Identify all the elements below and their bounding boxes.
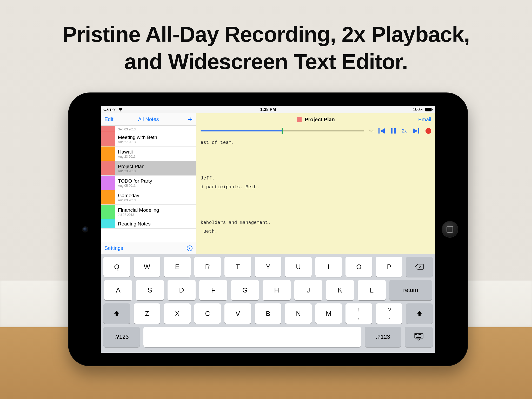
svg-rect-13 [418,336,419,336]
record-button[interactable] [425,128,431,134]
add-note-button[interactable]: + [188,116,192,123]
note-item-swatch [101,161,115,175]
carrier-label: Carrier [103,107,116,112]
editor: Project Plan Email 7:23 [196,113,435,254]
svg-rect-12 [417,336,418,336]
key[interactable]: ?. [376,303,403,324]
note-item[interactable]: Financial ModelingJul 23 2013 [101,205,196,219]
backspace-key[interactable] [406,257,433,277]
return-key[interactable]: return [389,280,432,300]
note-item-swatch [101,190,115,204]
key[interactable]: X [164,303,191,324]
note-color-swatch [297,117,302,122]
note-item[interactable]: TODO for PartyAug 05 2013 [101,176,196,190]
home-button[interactable] [442,221,458,238]
note-item[interactable]: HawaiiAug 23 2013 [101,147,196,161]
note-item-date: Aug 05 2013 [118,184,152,188]
note-item-date: Jul 23 2013 [118,213,159,217]
key[interactable]: I [315,257,342,277]
note-item-date: Aug 23 2013 [118,169,144,173]
clock: 1:38 PM [260,107,276,112]
playback-track[interactable] [201,128,364,134]
note-item[interactable]: Sep 03 2013 [101,126,196,132]
svg-rect-11 [416,336,416,336]
shift-key[interactable] [103,303,130,324]
marketing-headline: Pristine All-Day Recording, 2x Playback,… [0,21,532,75]
key[interactable]: H [263,280,291,300]
note-item[interactable]: Reading Notes [101,219,196,229]
note-item[interactable]: Project PlanAug 23 2013 [101,161,196,176]
key[interactable]: G [231,280,259,300]
key[interactable]: F [199,280,227,300]
note-item-swatch [101,126,115,132]
svg-rect-2 [391,128,393,134]
note-item[interactable]: Meeting with BethAug 27 2013 [101,132,196,147]
email-button[interactable]: Email [418,117,431,123]
note-item-swatch [101,147,115,161]
keyboard: QWERTYUIOP ASDFGHJKLreturn ZXCVBNM!,?. .… [101,254,435,353]
note-item-date: Sep 03 2013 [118,128,136,131]
edit-button[interactable]: Edit [104,116,113,122]
key[interactable]: J [294,280,322,300]
headline-line-1: Pristine All-Day Recording, 2x Playback, [0,21,532,48]
key[interactable]: Y [255,257,282,277]
key[interactable]: T [224,257,251,277]
key[interactable]: M [315,303,342,324]
svg-rect-9 [420,334,421,335]
key[interactable]: K [326,280,354,300]
key[interactable]: U [285,257,312,277]
dismiss-keyboard-key[interactable] [405,327,433,347]
note-body[interactable]: est of team. Jeff. d participants. Beth.… [196,136,435,254]
screen: Carrier 1:38 PM 100% Edit All Notes [101,106,435,353]
svg-rect-8 [419,334,420,335]
key[interactable]: S [136,280,164,300]
info-icon[interactable]: i [187,245,192,251]
battery-icon [425,108,433,111]
key[interactable]: E [164,257,191,277]
symbols-key[interactable]: .?123 [365,327,401,347]
key[interactable]: Q [103,257,130,277]
key[interactable]: V [224,303,251,324]
key[interactable]: P [376,257,403,277]
ipad-device: Carrier 1:38 PM 100% Edit All Notes [68,92,468,366]
wifi-icon [118,108,123,111]
svg-rect-5 [415,334,416,335]
settings-button[interactable]: Settings [104,245,123,251]
key[interactable]: !, [345,303,372,324]
note-title-text: Project Plan [305,117,335,123]
key[interactable]: Z [134,303,161,324]
playback-timestamp: 7:23 [368,129,374,133]
note-list[interactable]: Sep 03 2013Meeting with BethAug 27 2013H… [101,126,196,242]
sidebar-title[interactable]: All Notes [138,116,159,122]
key[interactable]: R [194,257,221,277]
headline-line-2: and Widescreen Text Editor. [0,48,532,75]
skip-forward-icon[interactable] [413,128,419,134]
svg-rect-15 [421,336,422,336]
note-item-swatch [101,219,115,228]
camera-icon [83,227,87,231]
key[interactable]: C [194,303,221,324]
note-item-title: Project Plan [118,164,144,169]
note-item-title: Meeting with Beth [118,135,157,140]
skip-back-icon[interactable] [378,128,385,134]
sidebar: Edit All Notes + Sep 03 2013Meeting with… [101,113,196,254]
key[interactable]: B [255,303,282,324]
playback-speed[interactable]: 2x [402,128,407,134]
key[interactable]: W [134,257,161,277]
key[interactable]: N [285,303,312,324]
key[interactable]: O [345,257,372,277]
note-item-swatch [101,176,115,190]
note-item[interactable]: GamedayAug 03 2013 [101,190,196,205]
status-bar: Carrier 1:38 PM 100% [101,106,435,113]
shift-key[interactable] [406,303,433,324]
key[interactable]: L [358,280,386,300]
space-key[interactable] [143,327,361,347]
note-item-title: TODO for Party [118,178,152,184]
note-item-title: Financial Modeling [118,207,159,213]
key[interactable]: A [104,280,132,300]
note-title[interactable]: Project Plan [297,117,335,123]
note-item-date: Aug 23 2013 [118,155,136,158]
key[interactable]: D [168,280,196,300]
symbols-key[interactable]: .?123 [103,327,140,347]
pause-icon[interactable] [391,128,396,134]
